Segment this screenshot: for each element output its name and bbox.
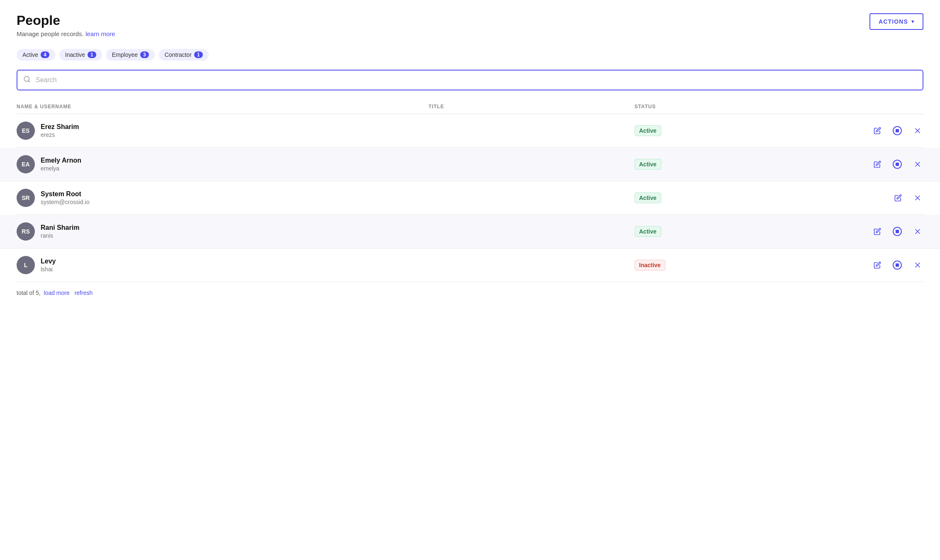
status-badge: Active [635,159,661,170]
table-body: ESErez SharimerezsActiveEAEmely Arnoneme… [17,114,923,282]
header-left: People Manage people records. learn more [17,13,115,37]
row-actions [840,225,923,238]
person-name: System Root [41,190,90,198]
close-icon [913,194,922,202]
filter-tab-inactive[interactable]: Inactive1 [59,49,102,61]
edit-icon [874,161,881,168]
close-icon [913,127,922,135]
close-icon [913,261,922,269]
filter-tabs: Active4Inactive1Employee3Contractor1 [17,49,923,61]
page-header: People Manage people records. learn more… [17,13,923,37]
person-cell: RSRani Sharimranis [17,222,429,241]
stop-button[interactable] [891,225,903,238]
table-row: LLevylshaiInactive [17,248,923,282]
table-footer: total of 5, load more refresh [17,290,923,296]
column-header: STATUS [635,104,841,110]
person-username: erezs [41,131,79,138]
column-header: TITLE [429,104,635,110]
close-icon [913,160,922,168]
filter-tab-active[interactable]: Active4 [17,49,55,61]
person-info: Erez Sharimerezs [41,123,79,138]
page-subtitle: Manage people records. learn more [17,30,115,37]
learn-more-link[interactable]: learn more [85,30,115,37]
remove-button[interactable] [912,125,923,136]
stop-icon [893,126,902,135]
close-icon [913,227,922,236]
person-name: Emely Arnon [41,157,81,164]
person-username: lshai [41,266,56,273]
people-table: NAME & USERNAMETITLESTATUS ESErez Sharim… [17,104,923,282]
table-row: SRSystem Rootsystem@crossid.ioActive [17,181,923,215]
avatar: L [17,256,35,274]
table-row: RSRani SharimranisActive [0,215,940,248]
status-cell: Active [635,226,841,237]
row-actions [840,124,923,137]
avatar: RS [17,222,35,241]
avatar: SR [17,189,35,207]
stop-button[interactable] [891,158,903,170]
avatar: ES [17,122,35,140]
stop-button[interactable] [891,259,903,271]
svg-line-1 [28,81,29,82]
status-badge: Active [635,125,661,136]
remove-button[interactable] [912,226,923,237]
actions-button[interactable]: ACTIONS ▾ [869,13,923,30]
remove-button[interactable] [912,158,923,170]
search-icon [23,75,31,85]
stop-icon [893,160,902,169]
filter-tab-employee[interactable]: Employee3 [106,49,155,61]
table-row: ESErez SharimerezsActive [17,114,923,148]
row-actions [840,192,923,204]
status-badge: Active [635,192,661,203]
person-name: Erez Sharim [41,123,79,131]
refresh-link[interactable]: refresh [75,290,93,296]
avatar: EA [17,155,35,173]
search-input[interactable] [17,70,923,90]
person-info: Levylshai [41,258,56,273]
status-badge: Active [635,226,661,237]
filter-tab-contractor[interactable]: Contractor1 [159,49,209,61]
status-cell: Active [635,159,841,170]
search-container [17,70,923,90]
edit-icon [874,127,881,134]
person-info: Emely Arnonemelya [41,157,81,172]
person-cell: ESErez Sharimerezs [17,122,429,140]
load-more-link[interactable]: load more [44,290,69,296]
edit-button[interactable] [872,125,883,136]
status-cell: Inactive [635,260,841,270]
status-cell: Active [635,192,841,203]
edit-button[interactable] [872,260,883,270]
stop-icon [893,261,902,270]
person-info: Rani Sharimranis [41,224,79,239]
status-badge: Inactive [635,260,665,270]
status-cell: Active [635,125,841,136]
stop-icon [893,227,902,236]
edit-button[interactable] [872,159,883,170]
person-info: System Rootsystem@crossid.io [41,190,90,205]
person-username: ranis [41,232,79,239]
person-cell: SRSystem Rootsystem@crossid.io [17,189,429,207]
table-row: EAEmely ArnonemelyaActive [0,148,940,181]
edit-icon [874,261,881,269]
person-username: emelya [41,165,81,172]
edit-icon [874,228,881,235]
column-header: NAME & USERNAME [17,104,429,110]
page-title: People [17,13,115,28]
person-name: Levy [41,258,56,265]
remove-button[interactable] [912,192,923,204]
row-actions [840,259,923,271]
edit-button[interactable] [872,226,883,237]
person-username: system@crossid.io [41,199,90,205]
edit-button[interactable] [893,192,903,203]
remove-button[interactable] [912,259,923,271]
edit-icon [894,194,902,202]
column-header [840,104,923,110]
table-header: NAME & USERNAMETITLESTATUS [17,104,923,114]
stop-button[interactable] [891,124,903,137]
person-name: Rani Sharim [41,224,79,231]
chevron-down-icon: ▾ [911,19,914,24]
person-cell: EAEmely Arnonemelya [17,155,429,173]
person-cell: LLevylshai [17,256,429,274]
row-actions [840,158,923,170]
